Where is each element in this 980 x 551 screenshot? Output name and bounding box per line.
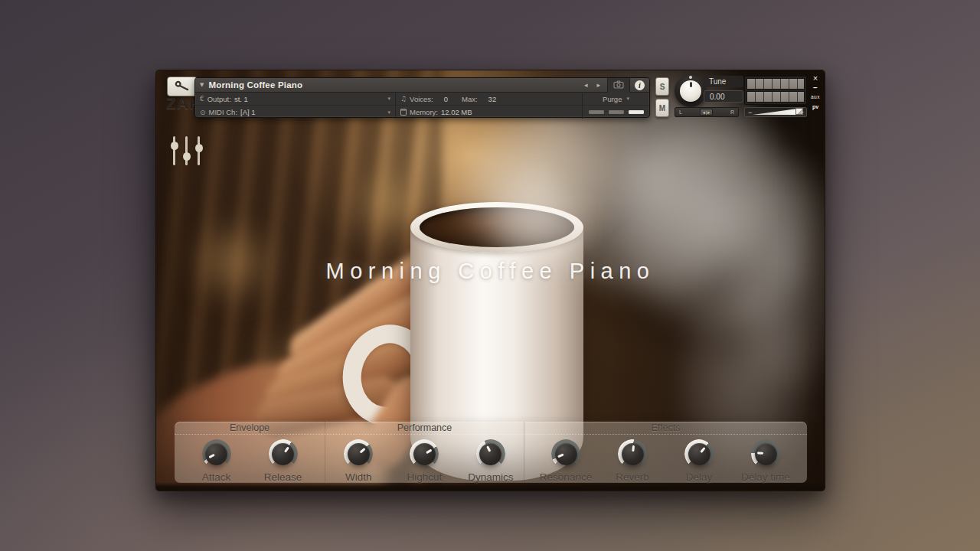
knob-release[interactable]: Release bbox=[250, 439, 316, 483]
section-envelope: Envelope Attack Release bbox=[175, 422, 325, 483]
chevron-down-icon[interactable]: ▾ bbox=[387, 96, 390, 102]
fader-icon bbox=[185, 136, 188, 165]
chevron-down-icon: ▾ bbox=[626, 96, 629, 102]
solo-button[interactable]: S bbox=[655, 77, 669, 96]
wrench-icon bbox=[174, 80, 191, 93]
section-title: Performance bbox=[325, 422, 524, 435]
knob-label: Release bbox=[264, 471, 302, 483]
prev-instrument-icon[interactable]: ◂ bbox=[582, 81, 590, 89]
level-meter-right bbox=[746, 91, 805, 103]
max-voices-label: Max: bbox=[462, 95, 478, 103]
tune-label: Tune bbox=[704, 76, 743, 87]
pan-arrow-right-icon: ▸ bbox=[707, 109, 710, 115]
knob-label: Width bbox=[345, 471, 372, 483]
section-effects: Effects Resonance Reverb Delay bbox=[524, 422, 807, 483]
stats-column: ♫ Voices: 0 Max: 32 Memory: 12.02 MB bbox=[396, 93, 582, 119]
knob-tick bbox=[485, 446, 490, 452]
instrument-title-overlay: Morning Coffee Piano bbox=[156, 259, 825, 284]
knob-label: Highcut bbox=[407, 471, 443, 483]
voices-icon: ♫ bbox=[400, 95, 407, 103]
fader-icon bbox=[173, 136, 175, 165]
fader-icon bbox=[198, 136, 200, 165]
voices-value: 0 bbox=[444, 95, 448, 103]
section-performance: Performance Width Highcut Dynamics bbox=[325, 422, 524, 483]
header-rows: € Output: st. 1 ▾ ⊙ MIDI Ch: [A] 1 ▾ bbox=[195, 93, 649, 119]
output-label: Output: bbox=[207, 95, 231, 103]
window-edge-controls: × − aux pv bbox=[808, 74, 823, 113]
level-meter-left bbox=[746, 78, 805, 90]
knob-tick bbox=[208, 454, 214, 458]
instrument-name[interactable]: Morning Coffee Piano bbox=[208, 80, 577, 90]
mute-button[interactable]: M bbox=[655, 99, 669, 117]
knob-tick bbox=[557, 454, 564, 458]
next-instrument-icon[interactable]: ▸ bbox=[594, 81, 603, 89]
pan-handle[interactable]: ◂|▸ bbox=[700, 109, 713, 116]
knob-label: Attack bbox=[202, 471, 231, 483]
kontakt-instrument-window: Morning Coffee Piano ZAK ▼ Morning Coffe… bbox=[155, 70, 825, 491]
close-icon[interactable]: × bbox=[808, 74, 823, 82]
output-selector[interactable]: € Output: st. 1 ▾ bbox=[195, 93, 395, 106]
knob-tick bbox=[359, 448, 365, 454]
knob-tick bbox=[283, 446, 289, 452]
pan-right-label: R bbox=[730, 109, 734, 115]
knob-label: Dynamics bbox=[468, 471, 513, 483]
midi-label: MIDI Ch: bbox=[209, 108, 237, 116]
pan-left-label: L bbox=[679, 109, 682, 115]
voices-label: Voices: bbox=[410, 95, 433, 103]
purge-led bbox=[629, 110, 644, 114]
purge-column: Purge ▾ bbox=[582, 93, 649, 119]
tune-knob[interactable] bbox=[675, 75, 707, 107]
minimize-icon[interactable]: − bbox=[808, 85, 823, 91]
purge-label: Purge bbox=[603, 95, 622, 103]
routing-column: € Output: st. 1 ▾ ⊙ MIDI Ch: [A] 1 ▾ bbox=[195, 93, 396, 119]
pan-center-bar: | bbox=[706, 110, 707, 115]
tune-knob-notch bbox=[689, 76, 692, 79]
desktop-background: Morning Coffee Piano ZAK ▼ Morning Coffe… bbox=[0, 0, 980, 551]
output-value: st. 1 bbox=[234, 95, 248, 103]
chevron-down-icon[interactable]: ▾ bbox=[387, 109, 390, 116]
knob-delay-time[interactable]: Delay time bbox=[733, 439, 799, 483]
knob-tick bbox=[632, 445, 635, 452]
midi-channel-selector[interactable]: ⊙ MIDI Ch: [A] 1 ▾ bbox=[195, 106, 395, 119]
tune-knob-cap bbox=[680, 80, 701, 102]
camera-icon bbox=[613, 80, 624, 90]
knob-label: Reverb bbox=[616, 471, 649, 483]
memory-icon bbox=[400, 109, 407, 116]
knob-resonance[interactable]: Resonance bbox=[533, 439, 599, 483]
instrument-header-box: ▼ Morning Coffee Piano ◂ ▸ i € bbox=[194, 77, 650, 118]
window-bottom-strip bbox=[156, 482, 825, 491]
pan-slider[interactable]: L ◂|▸ R bbox=[675, 107, 739, 117]
mixer-faders-icon bbox=[173, 136, 200, 165]
purge-menu[interactable]: Purge ▾ bbox=[583, 93, 649, 106]
volume-minus[interactable]: − bbox=[748, 109, 752, 116]
level-meters bbox=[744, 76, 807, 105]
memory-label: Memory: bbox=[410, 108, 438, 116]
knob-width[interactable]: Width bbox=[325, 439, 391, 483]
knob-tick bbox=[700, 447, 705, 453]
knob-highcut[interactable]: Highcut bbox=[391, 439, 457, 483]
snapshot-camera-button[interactable] bbox=[607, 78, 630, 93]
voices-row: ♫ Voices: 0 Max: 32 bbox=[396, 93, 582, 106]
info-button[interactable]: i bbox=[635, 80, 645, 90]
pan-arrow-left-icon: ◂ bbox=[703, 109, 705, 115]
instrument-header: ZAK ▼ Morning Coffee Piano ◂ ▸ i bbox=[156, 70, 825, 124]
midi-value: [A] 1 bbox=[240, 108, 256, 116]
title-row: ▼ Morning Coffee Piano ◂ ▸ i bbox=[195, 78, 649, 93]
memory-row: Memory: 12.02 MB bbox=[396, 106, 582, 119]
volume-plus[interactable]: + bbox=[800, 109, 804, 116]
purge-led bbox=[589, 110, 604, 114]
section-title: Effects bbox=[524, 422, 807, 435]
aux-button[interactable]: aux bbox=[808, 94, 823, 100]
collapse-arrow-icon[interactable]: ▼ bbox=[200, 82, 204, 88]
knob-reverb[interactable]: Reverb bbox=[599, 439, 666, 483]
purge-indicators bbox=[583, 106, 649, 119]
knob-dynamics[interactable]: Dynamics bbox=[458, 439, 524, 483]
performance-view-button[interactable]: pv bbox=[808, 104, 823, 110]
tune-knob-tick bbox=[690, 82, 692, 87]
volume-slider[interactable]: − + bbox=[744, 107, 807, 117]
section-title: Envelope bbox=[175, 422, 325, 435]
max-voices-value[interactable]: 32 bbox=[488, 95, 497, 103]
knob-delay[interactable]: Delay bbox=[666, 439, 733, 483]
knob-attack[interactable]: Attack bbox=[183, 439, 250, 483]
tune-value[interactable]: 0.00 bbox=[704, 90, 743, 103]
